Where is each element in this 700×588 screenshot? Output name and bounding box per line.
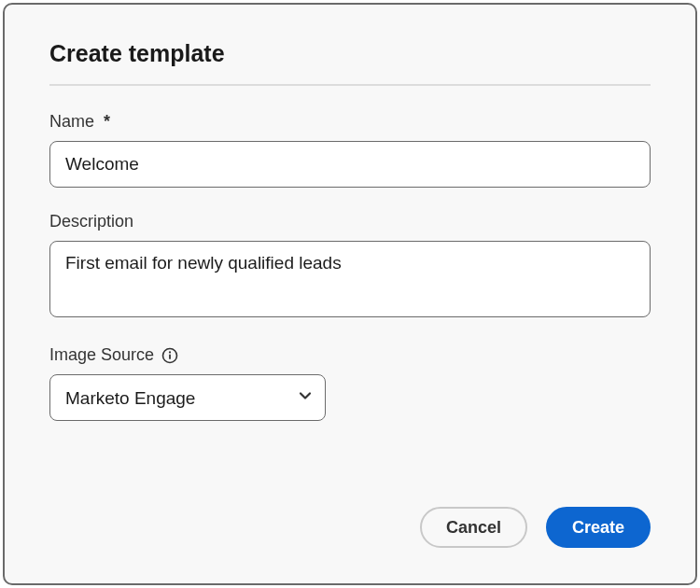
create-template-dialog: Create template Name * Description First…	[3, 3, 697, 585]
description-field: Description First email for newly qualif…	[49, 212, 651, 321]
image-source-select-wrapper: Marketo Engage	[49, 374, 326, 421]
name-label: Name *	[49, 112, 651, 132]
cancel-button[interactable]: Cancel	[420, 507, 527, 548]
description-input[interactable]: First email for newly qualified leads	[49, 241, 651, 317]
image-source-field: Image Source Marketo Engage	[49, 345, 651, 421]
description-label: Description	[49, 212, 651, 231]
info-icon[interactable]	[161, 347, 178, 364]
name-field: Name *	[49, 112, 651, 188]
name-input[interactable]	[49, 141, 651, 188]
button-row: Cancel Create	[49, 483, 651, 548]
required-marker: *	[104, 112, 110, 132]
image-source-label-text: Image Source	[49, 345, 154, 365]
name-label-text: Name	[49, 112, 94, 132]
svg-point-1	[169, 351, 171, 353]
image-source-select[interactable]: Marketo Engage	[49, 374, 326, 421]
description-label-text: Description	[49, 212, 133, 231]
image-source-label: Image Source	[49, 345, 651, 365]
create-button[interactable]: Create	[546, 507, 651, 548]
dialog-title: Create template	[49, 40, 651, 67]
divider	[49, 84, 651, 86]
svg-rect-2	[169, 354, 171, 358]
